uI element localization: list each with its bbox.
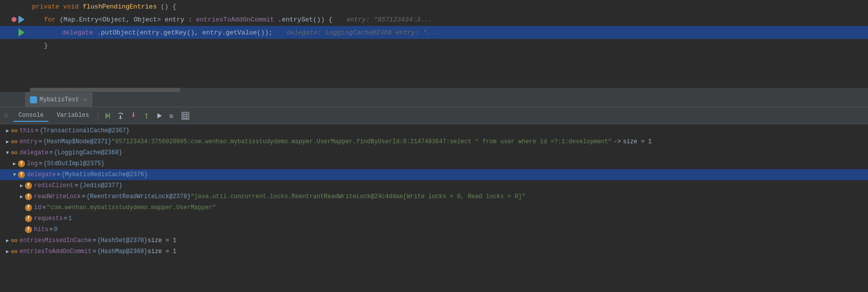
var-row-this[interactable]: oo this = {TransactionalCache@2367}	[0, 125, 868, 136]
expand-entriestoadd[interactable]	[4, 249, 11, 255]
delegate-var: delegate	[62, 29, 93, 36]
tab-close-btn[interactable]: ×	[83, 97, 87, 103]
btn-step-into[interactable]	[128, 111, 138, 121]
keyword-private: private	[32, 3, 59, 10]
icon-hits: f	[25, 226, 32, 233]
varname-redisclient: redisClient	[34, 182, 73, 189]
vareq-id: =	[42, 204, 45, 211]
breakpoint-1	[11, 17, 16, 22]
svg-rect-1	[109, 113, 110, 119]
var-row-entriestoadd[interactable]: oo entriesToAddOnCommit = {HashMap@2369}…	[0, 246, 868, 257]
btn-step-out[interactable]	[141, 111, 151, 121]
var-row-delegate-outer[interactable]: oo delegate = {LoggingCache@2368}	[0, 147, 868, 158]
divider-1	[98, 111, 98, 120]
var-row-id[interactable]: f id = "com.wenhao.mybatisstudydemo.mapp…	[0, 202, 868, 213]
vareq-entry: =	[38, 138, 42, 145]
expand-delegate-inner[interactable]	[11, 172, 18, 178]
btn-resume[interactable]	[102, 111, 112, 121]
expand-readwritelock[interactable]	[18, 194, 25, 200]
arrow-green	[18, 28, 24, 36]
for-end: .entrySet()) {	[278, 16, 332, 23]
hscrollbar[interactable]	[30, 88, 868, 92]
icon-entriestoadd: oo	[11, 249, 17, 255]
arrow-blue	[18, 15, 24, 23]
vartype-delegate-outer: {LoggingCache@2368}	[54, 149, 122, 156]
expand-entry[interactable]	[4, 139, 11, 145]
gutter-3	[0, 28, 30, 36]
var-row-requests[interactable]: f requests = 1	[0, 213, 868, 224]
varval-hits: 0	[54, 226, 57, 233]
expand-delegate-outer[interactable]	[4, 150, 11, 156]
vareq-log: =	[39, 160, 42, 167]
vareq-entriestoadd: =	[92, 248, 96, 255]
btn-evaluate[interactable]: ≡	[167, 111, 177, 121]
var-row-readwritelock[interactable]: f readWriteLock = {ReentrantReadWriteLoc…	[0, 191, 868, 202]
tab-console[interactable]: Console	[13, 110, 48, 122]
varname-entriestoadd: entriesToAddOnCommit	[19, 248, 91, 255]
expand-this[interactable]	[4, 128, 11, 134]
varname-entry: entry	[19, 138, 37, 145]
code-line-1: private void flushPendingEntries () {	[0, 0, 868, 13]
varname-readwritelock: readWriteLock	[34, 193, 81, 200]
btn-step-over[interactable]	[115, 111, 125, 121]
icon-id: f	[25, 204, 32, 211]
vareq-delegate-outer: =	[49, 149, 53, 156]
var-row-redisclient[interactable]: f redisClient = {Jedis@2377}	[0, 180, 868, 191]
varname-delegate-inner: delegate	[27, 171, 56, 178]
var-entries: entriesToAddOnCommit	[196, 16, 274, 23]
for-text: (Map.Entry<Object, Object> entry :	[59, 16, 196, 23]
tab-variables[interactable]: Variables	[51, 110, 94, 122]
varsize-entriestoadd: size = 1	[147, 248, 176, 255]
vareq-requests: =	[64, 215, 67, 222]
svg-marker-4	[119, 118, 122, 119]
varsize-entry: size = 1	[623, 138, 652, 145]
varname-this-label: this	[19, 127, 34, 134]
icon-redisclient: f	[25, 182, 32, 189]
icon-delegate-outer: oo	[11, 150, 17, 156]
vartype-entry: {HashMap$Node@2371}	[43, 138, 111, 145]
vareq-hits: =	[49, 226, 53, 233]
vartype-redisclient: {Jedis@2377}	[79, 182, 122, 189]
btn-run-to-cursor[interactable]	[154, 111, 164, 121]
icon-readwritelock: f	[25, 193, 32, 200]
var-row-entriesmissed[interactable]: oo entriesMissedInCache = {HashSet@2370}…	[0, 235, 868, 246]
variables-list: oo this = {TransactionalCache@2367} oo e…	[0, 124, 868, 292]
vartype-readwritelock: {ReentrantReadWriteLock@2378}	[86, 193, 191, 200]
var-row-entry[interactable]: oo entry = {HashMap$Node@2371} "85712343…	[0, 136, 868, 147]
code-content-2: for (Map.Entry<Object, Object> entry : e…	[30, 16, 868, 23]
var-row-log[interactable]: f log = {StdOutImpl@2375}	[0, 158, 868, 169]
vareq-delegate-inner: =	[57, 171, 60, 178]
keyword-void: void	[63, 3, 78, 10]
svg-marker-0	[105, 113, 109, 119]
btn-table-view[interactable]	[180, 111, 190, 121]
vartype-entriestoadd: {HashMap@2369}	[97, 248, 147, 255]
icon-entriesmissed: oo	[11, 238, 17, 244]
varname-log: log	[27, 160, 38, 167]
code-line-2: for (Map.Entry<Object, Object> entry : e…	[0, 13, 868, 26]
tab-label: MybatisTest	[39, 96, 79, 103]
expand-redisclient[interactable]	[18, 183, 25, 189]
var-row-delegate-inner[interactable]: f delegate = {MybatisRedisCache@2376}	[0, 169, 868, 180]
vartype-entriesmissed: {HashSet@2370}	[97, 237, 147, 244]
varval-entry: "857123434:3756020805:com.wenhao.mybatis…	[111, 138, 612, 145]
code-content-4: }	[30, 42, 868, 49]
varval-requests: 1	[68, 215, 72, 222]
expand-entriesmissed[interactable]	[4, 238, 11, 244]
tab-bar: MybatisTest ×	[0, 92, 868, 107]
vareq-readwritelock: =	[82, 193, 85, 200]
icon-delegate-inner: f	[18, 171, 25, 178]
gutter-2	[0, 15, 30, 23]
close-brace: }	[44, 42, 48, 49]
var-row-hits[interactable]: f hits = 0	[0, 224, 868, 235]
icon-entry: oo	[11, 139, 17, 145]
varname-entriesmissed: entriesMissedInCache	[19, 237, 91, 244]
svg-text:≡: ≡	[169, 112, 173, 120]
tab-mybatistest[interactable]: MybatisTest ×	[25, 92, 92, 107]
svg-rect-7	[146, 114, 147, 119]
debug-toolbar: ☰ Console Variables	[0, 107, 868, 124]
varval-readwritelock: "java.util.concurrent.locks.ReentrantRea…	[191, 193, 526, 200]
expand-log[interactable]	[11, 161, 18, 167]
icon-log: f	[18, 160, 25, 167]
method-name: flushPendingEntries	[82, 3, 156, 10]
hscrollbar-thumb[interactable]	[30, 88, 180, 92]
